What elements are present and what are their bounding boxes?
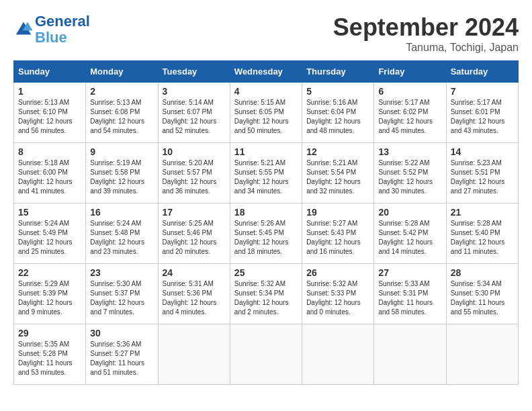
day-info: Sunrise: 5:25 AMSunset: 5:46 PMDaylight:…: [163, 219, 226, 257]
calendar-cell: 2 Sunrise: 5:13 AMSunset: 6:08 PMDayligh…: [86, 83, 158, 143]
day-number: 12: [306, 146, 369, 157]
day-info: Sunrise: 5:17 AMSunset: 6:01 PMDaylight:…: [451, 98, 514, 136]
day-info: Sunrise: 5:17 AMSunset: 6:02 PMDaylight:…: [378, 98, 441, 136]
day-info: Sunrise: 5:28 AMSunset: 5:42 PMDaylight:…: [378, 219, 441, 257]
col-monday: Monday: [86, 61, 158, 83]
day-info: Sunrise: 5:19 AMSunset: 5:58 PMDaylight:…: [90, 158, 153, 196]
table-row: 22 Sunrise: 5:29 AMSunset: 5:39 PMDaylig…: [14, 264, 519, 324]
day-info: Sunrise: 5:32 AMSunset: 5:34 PMDaylight:…: [234, 279, 298, 317]
logo-icon: [13, 19, 34, 40]
day-number: 25: [234, 267, 298, 278]
day-number: 18: [234, 207, 298, 218]
calendar-cell: 5 Sunrise: 5:16 AMSunset: 6:04 PMDayligh…: [302, 83, 374, 143]
day-number: 28: [451, 267, 514, 278]
calendar-cell: 29 Sunrise: 5:35 AMSunset: 5:28 PMDaylig…: [14, 324, 86, 385]
day-number: 13: [378, 146, 441, 157]
day-info: Sunrise: 5:27 AMSunset: 5:43 PMDaylight:…: [306, 219, 369, 257]
day-number: 15: [18, 207, 81, 218]
title-section: September 2024 Tanuma, Tochigi, Japan: [333, 13, 519, 54]
calendar-cell: [374, 324, 446, 385]
day-number: 10: [163, 146, 226, 157]
day-number: 16: [90, 207, 153, 218]
day-number: 1: [18, 86, 81, 97]
day-info: Sunrise: 5:29 AMSunset: 5:39 PMDaylight:…: [18, 279, 81, 317]
calendar-cell: 6 Sunrise: 5:17 AMSunset: 6:02 PMDayligh…: [374, 83, 446, 143]
day-info: Sunrise: 5:26 AMSunset: 5:45 PMDaylight:…: [234, 219, 298, 257]
day-info: Sunrise: 5:35 AMSunset: 5:28 PMDaylight:…: [18, 340, 81, 377]
calendar-cell: 13 Sunrise: 5:22 AMSunset: 5:52 PMDaylig…: [374, 143, 446, 203]
calendar-cell: 1 Sunrise: 5:13 AMSunset: 6:10 PMDayligh…: [14, 83, 86, 143]
logo-text: GeneralBlue: [35, 13, 90, 46]
day-number: 11: [234, 146, 298, 157]
calendar-cell: [158, 324, 230, 385]
day-number: 17: [163, 207, 226, 218]
calendar-cell: 10 Sunrise: 5:20 AMSunset: 5:57 PMDaylig…: [158, 143, 230, 203]
table-row: 15 Sunrise: 5:24 AMSunset: 5:49 PMDaylig…: [14, 203, 519, 264]
day-number: 30: [90, 328, 153, 338]
calendar-table: Sunday Monday Tuesday Wednesday Thursday…: [13, 60, 519, 385]
day-number: 8: [18, 146, 81, 157]
day-number: 29: [18, 328, 81, 338]
calendar-cell: 16 Sunrise: 5:24 AMSunset: 5:48 PMDaylig…: [86, 203, 158, 264]
col-friday: Friday: [374, 61, 446, 83]
day-number: 27: [378, 267, 441, 278]
calendar-cell: 18 Sunrise: 5:26 AMSunset: 5:45 PMDaylig…: [230, 203, 302, 264]
logo: GeneralBlue: [13, 13, 90, 46]
day-number: 7: [451, 86, 514, 97]
day-number: 14: [451, 146, 514, 157]
calendar-cell: [446, 324, 518, 385]
month-title: September 2024: [333, 13, 519, 42]
day-info: Sunrise: 5:24 AMSunset: 5:49 PMDaylight:…: [18, 219, 81, 257]
day-info: Sunrise: 5:32 AMSunset: 5:33 PMDaylight:…: [306, 279, 369, 317]
calendar-cell: 25 Sunrise: 5:32 AMSunset: 5:34 PMDaylig…: [230, 264, 302, 324]
calendar-cell: 23 Sunrise: 5:30 AMSunset: 5:37 PMDaylig…: [86, 264, 158, 324]
table-row: 1 Sunrise: 5:13 AMSunset: 6:10 PMDayligh…: [14, 83, 519, 143]
col-saturday: Saturday: [446, 61, 518, 83]
col-tuesday: Tuesday: [158, 61, 230, 83]
day-info: Sunrise: 5:18 AMSunset: 6:00 PMDaylight:…: [18, 158, 81, 196]
day-number: 3: [163, 86, 226, 97]
col-thursday: Thursday: [302, 61, 374, 83]
day-number: 2: [90, 86, 153, 97]
day-number: 24: [163, 267, 226, 278]
col-sunday: Sunday: [14, 61, 86, 83]
location: Tanuma, Tochigi, Japan: [333, 42, 519, 54]
day-number: 9: [90, 146, 153, 157]
day-number: 26: [306, 267, 369, 278]
calendar-cell: [230, 324, 302, 385]
day-info: Sunrise: 5:21 AMSunset: 5:55 PMDaylight:…: [234, 158, 298, 196]
calendar-cell: 15 Sunrise: 5:24 AMSunset: 5:49 PMDaylig…: [14, 203, 86, 264]
calendar-cell: [302, 324, 374, 385]
calendar-cell: 19 Sunrise: 5:27 AMSunset: 5:43 PMDaylig…: [302, 203, 374, 264]
day-number: 19: [306, 207, 369, 218]
day-number: 4: [234, 86, 298, 97]
day-info: Sunrise: 5:13 AMSunset: 6:08 PMDaylight:…: [90, 98, 153, 136]
day-info: Sunrise: 5:14 AMSunset: 6:07 PMDaylight:…: [163, 98, 226, 136]
calendar-cell: 26 Sunrise: 5:32 AMSunset: 5:33 PMDaylig…: [302, 264, 374, 324]
day-info: Sunrise: 5:31 AMSunset: 5:36 PMDaylight:…: [163, 279, 226, 317]
calendar-cell: 7 Sunrise: 5:17 AMSunset: 6:01 PMDayligh…: [446, 83, 518, 143]
calendar-cell: 28 Sunrise: 5:34 AMSunset: 5:30 PMDaylig…: [446, 264, 518, 324]
day-number: 21: [451, 207, 514, 218]
day-number: 23: [90, 267, 153, 278]
calendar-cell: 17 Sunrise: 5:25 AMSunset: 5:46 PMDaylig…: [158, 203, 230, 264]
day-info: Sunrise: 5:36 AMSunset: 5:27 PMDaylight:…: [90, 340, 153, 377]
day-info: Sunrise: 5:30 AMSunset: 5:37 PMDaylight:…: [90, 279, 153, 317]
day-number: 5: [306, 86, 369, 97]
calendar-cell: 21 Sunrise: 5:28 AMSunset: 5:40 PMDaylig…: [446, 203, 518, 264]
day-info: Sunrise: 5:33 AMSunset: 5:31 PMDaylight:…: [378, 279, 441, 317]
day-info: Sunrise: 5:15 AMSunset: 6:05 PMDaylight:…: [234, 98, 298, 136]
calendar-cell: 22 Sunrise: 5:29 AMSunset: 5:39 PMDaylig…: [14, 264, 86, 324]
calendar-cell: 14 Sunrise: 5:23 AMSunset: 5:51 PMDaylig…: [446, 143, 518, 203]
calendar-cell: 24 Sunrise: 5:31 AMSunset: 5:36 PMDaylig…: [158, 264, 230, 324]
day-info: Sunrise: 5:24 AMSunset: 5:48 PMDaylight:…: [90, 219, 153, 257]
calendar-cell: 8 Sunrise: 5:18 AMSunset: 6:00 PMDayligh…: [14, 143, 86, 203]
table-row: 29 Sunrise: 5:35 AMSunset: 5:28 PMDaylig…: [14, 324, 519, 385]
day-info: Sunrise: 5:28 AMSunset: 5:40 PMDaylight:…: [451, 219, 514, 257]
table-row: 8 Sunrise: 5:18 AMSunset: 6:00 PMDayligh…: [14, 143, 519, 203]
calendar-cell: 27 Sunrise: 5:33 AMSunset: 5:31 PMDaylig…: [374, 264, 446, 324]
col-wednesday: Wednesday: [230, 61, 302, 83]
calendar-cell: 30 Sunrise: 5:36 AMSunset: 5:27 PMDaylig…: [86, 324, 158, 385]
day-info: Sunrise: 5:16 AMSunset: 6:04 PMDaylight:…: [306, 98, 369, 136]
day-info: Sunrise: 5:23 AMSunset: 5:51 PMDaylight:…: [451, 158, 514, 196]
